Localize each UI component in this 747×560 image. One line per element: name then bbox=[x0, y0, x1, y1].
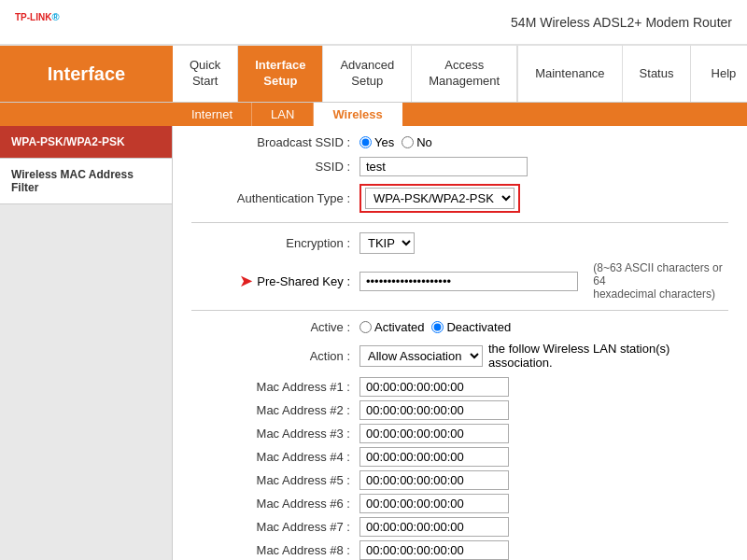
active-activated-label[interactable]: Activated bbox=[359, 320, 424, 334]
auth-type-highlight: WPA-PSK/WPA2-PSK bbox=[359, 184, 520, 213]
auth-type-label: Authentication Type : bbox=[191, 191, 359, 205]
preshared-key-row: ➤ Pre-Shared Key : (8~63 ASCII character… bbox=[191, 261, 728, 301]
broadcast-ssid-no-radio[interactable] bbox=[402, 136, 414, 148]
active-deactivated-text: Deactivated bbox=[446, 320, 511, 334]
broadcast-ssid-value: Yes No bbox=[359, 135, 432, 149]
auth-type-select[interactable]: WPA-PSK/WPA2-PSK bbox=[365, 188, 514, 209]
subnav-lan[interactable]: LAN bbox=[252, 103, 314, 126]
active-deactivated-label[interactable]: Deactivated bbox=[431, 320, 511, 334]
broadcast-ssid-no-label[interactable]: No bbox=[402, 135, 432, 149]
mac-address-row-6: Mac Address #6 : bbox=[191, 494, 728, 513]
broadcast-ssid-row: Broadcast SSID : Yes No bbox=[191, 135, 728, 149]
main-layout: WPA-PSK/WPA2-PSK Wireless MAC Address Fi… bbox=[0, 126, 747, 560]
red-arrow-icon: ➤ bbox=[239, 271, 253, 291]
tab-advanced-setup[interactable]: Advanced Setup bbox=[323, 46, 412, 102]
tab-access-management[interactable]: Access Management bbox=[412, 46, 517, 102]
mac-address-row-1: Mac Address #1 : bbox=[191, 377, 728, 397]
mac-address-label-4: Mac Address #4 : bbox=[191, 450, 359, 464]
nav-bar: Interface Quick Start Interface Setup Ad… bbox=[0, 46, 747, 103]
tab-maintenance[interactable]: Maintenance bbox=[517, 46, 621, 102]
encryption-select[interactable]: TKIP bbox=[359, 232, 415, 254]
action-row: Action : Allow Association the follow Wi… bbox=[191, 342, 728, 370]
mac-address-label-6: Mac Address #6 : bbox=[191, 497, 359, 511]
subnav-internet[interactable]: Internet bbox=[173, 103, 252, 126]
divider-1 bbox=[191, 222, 728, 223]
ssid-row: SSID : bbox=[191, 157, 728, 176]
mac-address-input-2[interactable] bbox=[359, 400, 509, 420]
preshared-key-input[interactable] bbox=[359, 272, 578, 291]
mac-address-label-5: Mac Address #5 : bbox=[191, 473, 359, 487]
active-deactivated-radio[interactable] bbox=[431, 321, 444, 333]
action-label: Action : bbox=[191, 349, 359, 363]
mac-address-input-1[interactable] bbox=[359, 377, 509, 397]
mac-address-row-8: Mac Address #8 : bbox=[191, 540, 728, 560]
tab-status[interactable]: Status bbox=[622, 46, 691, 102]
mac-address-input-5[interactable] bbox=[359, 470, 509, 490]
active-label: Active : bbox=[191, 320, 359, 334]
ssid-input[interactable] bbox=[359, 157, 528, 176]
encryption-label: Encryption : bbox=[191, 236, 359, 250]
mac-address-label-7: Mac Address #7 : bbox=[191, 520, 359, 534]
mac-address-row-3: Mac Address #3 : bbox=[191, 424, 728, 443]
action-value: Allow Association the follow Wireless LA… bbox=[359, 342, 728, 370]
active-activated-radio[interactable] bbox=[359, 321, 372, 333]
encryption-value: TKIP bbox=[359, 232, 415, 254]
mac-address-input-4[interactable] bbox=[359, 447, 509, 467]
mac-address-label-1: Mac Address #1 : bbox=[191, 380, 359, 394]
preshared-key-label: Pre-Shared Key : bbox=[257, 274, 350, 288]
tab-interface-setup[interactable]: Interface Setup bbox=[238, 46, 323, 102]
ssid-value bbox=[359, 157, 528, 176]
active-activated-text: Activated bbox=[374, 320, 424, 334]
preshared-key-value: (8~63 ASCII characters or 64 hexadecimal… bbox=[359, 261, 728, 301]
broadcast-ssid-yes-label[interactable]: Yes bbox=[359, 135, 394, 149]
mac-address-label-2: Mac Address #2 : bbox=[191, 403, 359, 417]
mac-address-row-7: Mac Address #7 : bbox=[191, 517, 728, 537]
mac-address-input-6[interactable] bbox=[359, 494, 509, 513]
preshared-key-hint: (8~63 ASCII characters or 64 hexadecimal… bbox=[593, 261, 728, 301]
auth-type-row: Authentication Type : WPA-PSK/WPA2-PSK bbox=[191, 184, 728, 213]
header: TP-LINK® 54M Wireless ADSL2+ Modem Route… bbox=[0, 0, 747, 46]
mac-address-input-7[interactable] bbox=[359, 517, 509, 537]
sidebar: WPA-PSK/WPA2-PSK Wireless MAC Address Fi… bbox=[0, 126, 173, 560]
action-suffix: the follow Wireless LAN station(s) assoc… bbox=[488, 342, 728, 370]
broadcast-ssid-yes-radio[interactable] bbox=[359, 136, 372, 148]
tab-quick-start[interactable]: Quick Start bbox=[173, 46, 238, 102]
sidebar-item-wpa[interactable]: WPA-PSK/WPA2-PSK bbox=[0, 126, 172, 159]
sidebar-item-mac-filter[interactable]: Wireless MAC Address Filter bbox=[0, 159, 172, 204]
active-row: Active : Activated Deactivated bbox=[191, 320, 728, 334]
divider-2 bbox=[191, 310, 728, 311]
nav-tabs: Quick Start Interface Setup Advanced Set… bbox=[173, 46, 747, 102]
mac-address-row-2: Mac Address #2 : bbox=[191, 400, 728, 420]
tab-help[interactable]: Help bbox=[690, 46, 747, 102]
interface-label: Interface bbox=[0, 46, 173, 102]
broadcast-ssid-yes-text: Yes bbox=[374, 135, 394, 149]
mac-addresses-section: Mac Address #1 : Mac Address #2 : Mac Ad… bbox=[191, 377, 728, 560]
ssid-label: SSID : bbox=[191, 160, 359, 174]
device-title: 54M Wireless ADSL2+ Modem Router bbox=[511, 15, 732, 30]
subnav-wireless[interactable]: Wireless bbox=[314, 103, 402, 126]
mac-address-label-3: Mac Address #3 : bbox=[191, 427, 359, 441]
action-select[interactable]: Allow Association bbox=[359, 345, 483, 367]
mac-address-row-4: Mac Address #4 : bbox=[191, 447, 728, 467]
mac-address-label-8: Mac Address #8 : bbox=[191, 543, 359, 557]
mac-address-input-8[interactable] bbox=[359, 540, 509, 560]
logo-tm: ® bbox=[51, 11, 59, 22]
logo-text: TP-LINK bbox=[15, 12, 51, 22]
broadcast-ssid-no-text: No bbox=[416, 135, 432, 149]
mac-address-input-3[interactable] bbox=[359, 424, 509, 443]
active-value: Activated Deactivated bbox=[359, 320, 511, 334]
subnav: Internet LAN Wireless bbox=[0, 103, 747, 126]
nav-tabs-right: Maintenance Status Help bbox=[517, 46, 747, 102]
logo: TP-LINK® bbox=[15, 7, 60, 36]
content-area: Broadcast SSID : Yes No SSID : Authentic… bbox=[173, 126, 747, 560]
encryption-row: Encryption : TKIP bbox=[191, 232, 728, 254]
mac-address-row-5: Mac Address #5 : bbox=[191, 470, 728, 490]
broadcast-ssid-label: Broadcast SSID : bbox=[191, 135, 359, 149]
